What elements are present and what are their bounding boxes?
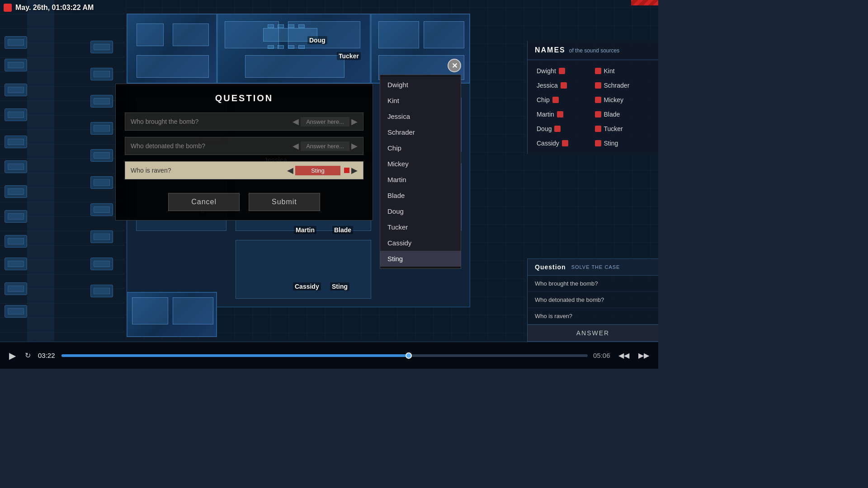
answer-field-3[interactable]: ◀ Sting ▶ xyxy=(287,165,358,175)
timestamp: May. 26th, 01:03:22 AM xyxy=(15,4,94,12)
play-button[interactable]: ▶ xyxy=(7,348,18,363)
names-panel: NAMES of the sound sources DwightKintJes… xyxy=(527,41,658,154)
name-entry-right: Mickey xyxy=(593,93,651,107)
modal-title: QUESTION xyxy=(125,93,363,103)
names-subtitle: of the sound sources xyxy=(569,47,619,54)
modal-buttons: Cancel Submit xyxy=(125,193,363,211)
dropdown-item[interactable]: Doug xyxy=(380,203,461,219)
answer-value-1: Answer here... xyxy=(301,117,349,127)
question-row-1: Who brought the bomb? ◀ Answer here... ▶ xyxy=(125,113,363,131)
cancel-button[interactable]: Cancel xyxy=(168,193,240,211)
camera-feed-bottom xyxy=(127,292,217,337)
progress-fill xyxy=(61,354,409,357)
answer-value-2: Answer here... xyxy=(301,141,349,151)
arrow-right-2: ▶ xyxy=(351,141,358,151)
name-entry-left: Jessica xyxy=(535,78,593,93)
name-entry-right: Tucker xyxy=(593,122,651,136)
name-entry-right: Schrader xyxy=(593,78,651,93)
arrow-left-2: ◀ xyxy=(292,141,299,151)
dropdown-item[interactable]: Chip xyxy=(380,140,461,156)
time-current: 03:22 xyxy=(38,352,56,359)
rewind-button[interactable]: ↻ xyxy=(23,349,33,361)
arrow-left-1: ◀ xyxy=(292,117,299,127)
left-road xyxy=(0,0,124,342)
dropdown-item[interactable]: Martin xyxy=(380,172,461,188)
dropdown-item[interactable]: Mickey xyxy=(380,156,461,172)
rec-indicator xyxy=(4,4,12,12)
map-label-cassidy: Cassidy xyxy=(293,282,321,291)
question-panel-title: Question xyxy=(535,263,566,271)
map-label-tucker: Tucker xyxy=(337,52,361,60)
map-label-blade: Blade xyxy=(332,226,353,234)
arrow-right-1: ▶ xyxy=(351,117,358,127)
progress-handle[interactable] xyxy=(406,352,412,359)
submit-button[interactable]: Submit xyxy=(249,193,320,211)
name-entry-right: Sting xyxy=(593,136,651,150)
question-panel-item: Who detonated the bomb? xyxy=(528,292,658,308)
dropdown-item[interactable]: Schrader xyxy=(380,124,461,140)
controls-bar: ▶ ↻ 03:22 05:06 ◀◀ ▶▶ xyxy=(0,342,658,369)
question-panel: Question SOLVE THE CASE Who brought the … xyxy=(527,258,658,342)
names-title: NAMES xyxy=(535,46,566,54)
names-header: NAMES of the sound sources xyxy=(528,41,658,60)
name-entry-left: Chip xyxy=(535,93,593,107)
dropdown-item[interactable]: Jessica xyxy=(380,108,461,124)
camera-feed-2 xyxy=(217,14,371,84)
name-entry-left: Martin xyxy=(535,107,593,122)
dropdown-list[interactable]: DwightKintJessicaSchraderChipMickeyMarti… xyxy=(380,75,461,269)
answer-field-1[interactable]: ◀ Answer here... ▶ xyxy=(292,117,358,127)
arrow-left-3: ◀ xyxy=(287,165,293,175)
dropdown-item[interactable]: Tucker xyxy=(380,219,461,235)
progress-bar[interactable] xyxy=(61,354,588,357)
close-icon: ✕ xyxy=(452,61,458,70)
question-text-3: Who is raven? xyxy=(131,167,287,174)
time-total: 05:06 xyxy=(593,352,611,359)
map-label-doug: Doug xyxy=(307,36,327,44)
question-panel-item: Who is raven? xyxy=(528,308,658,324)
name-entry-left: Dwight xyxy=(535,64,593,78)
camera-feed-3 xyxy=(371,14,470,84)
question-text-2: Who detonated the bomb? xyxy=(131,142,292,150)
name-entry-left: Doug xyxy=(535,122,593,136)
answer-button[interactable]: ANSWER xyxy=(528,324,658,341)
answer-field-2[interactable]: ◀ Answer here... ▶ xyxy=(292,141,358,151)
names-grid: DwightKintJessicaSchraderChipMickeyMarti… xyxy=(528,60,658,154)
dropdown-item[interactable]: Sting xyxy=(380,251,461,267)
solve-label: SOLVE THE CASE xyxy=(571,264,620,270)
question-row-3: Who is raven? ◀ Sting ▶ xyxy=(125,161,363,179)
dropdown-item[interactable]: Kint xyxy=(380,93,461,108)
dropdown-item[interactable]: Blade xyxy=(380,188,461,203)
question-panel-items: Who brought the bomb?Who detonated the b… xyxy=(528,276,658,324)
dropdown-item[interactable]: Dwight xyxy=(380,77,461,93)
name-entry-right: Blade xyxy=(593,107,651,122)
question-text-1: Who brought the bomb? xyxy=(131,118,292,125)
name-entry-left: Cassidy xyxy=(535,136,593,150)
name-entry-right: Kint xyxy=(593,64,651,78)
arrow-right-3: ▶ xyxy=(351,165,358,175)
question-modal: QUESTION Who brought the bomb? ◀ Answer … xyxy=(115,84,373,221)
question-panel-header: Question SOLVE THE CASE xyxy=(528,259,658,276)
map-label-sting: Sting xyxy=(330,282,349,291)
skip-forward-button[interactable]: ▶▶ xyxy=(637,349,651,361)
red-stripe-decoration xyxy=(631,0,658,5)
question-row-2: Who detonated the bomb? ◀ Answer here...… xyxy=(125,137,363,155)
skip-back-button[interactable]: ◀◀ xyxy=(617,349,631,361)
question-panel-item: Who brought the bomb? xyxy=(528,276,658,292)
dropdown-close-button[interactable]: ✕ xyxy=(448,59,461,72)
camera-feed-1 xyxy=(127,14,217,84)
answer-value-3: Sting xyxy=(295,166,340,175)
map-label-martin: Martin xyxy=(294,226,316,234)
answer-indicator-3 xyxy=(344,168,349,173)
timestamp-bar: May. 26th, 01:03:22 AM xyxy=(4,4,94,12)
dropdown-item[interactable]: Cassidy xyxy=(380,235,461,251)
